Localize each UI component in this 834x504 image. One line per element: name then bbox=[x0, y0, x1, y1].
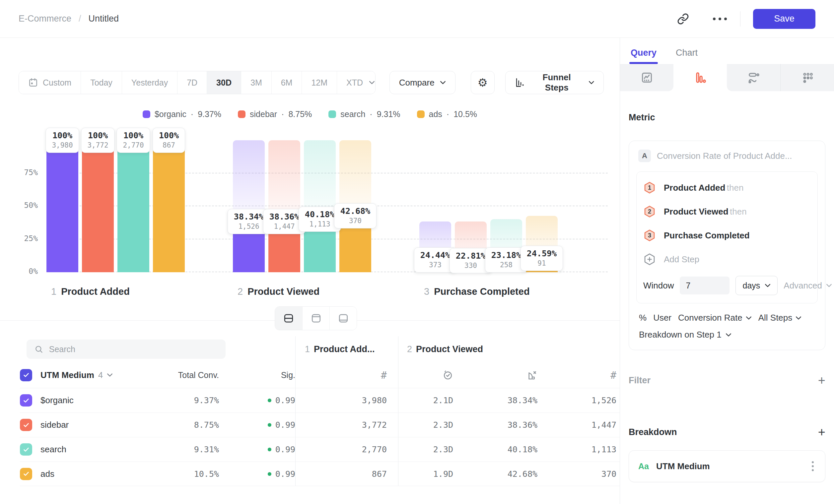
funnel-bar-sidebar-step2[interactable]: 38.36%1,447 bbox=[268, 140, 300, 272]
bar-group-step-3: 24.44%37322.81%33023.18%25824.59%91 bbox=[419, 140, 558, 272]
sig-value: 0.99 bbox=[219, 445, 295, 454]
filter-section-header: Filter + bbox=[629, 374, 826, 387]
legend-item-sidebar[interactable]: sidebar · 8.75% bbox=[238, 109, 312, 119]
row-checkbox[interactable] bbox=[20, 468, 32, 480]
save-button[interactable]: Save bbox=[753, 9, 815, 29]
chart-type-funnel-tab[interactable] bbox=[674, 64, 727, 91]
chart-type-flow-tab[interactable] bbox=[727, 64, 780, 91]
svg-text:2: 2 bbox=[648, 208, 651, 215]
step-hexagon-badge: 1 bbox=[643, 181, 656, 194]
add-step-button[interactable]: Add Step bbox=[643, 247, 811, 271]
funnel-bar-search-step2[interactable]: 40.18%1,113 bbox=[304, 140, 336, 272]
funnel-bar-organic-step3[interactable]: 24.44%373 bbox=[419, 140, 451, 272]
range-3m[interactable]: 3M bbox=[241, 71, 271, 94]
funnel-bar-sidebar-step3[interactable]: 22.81%330 bbox=[455, 140, 487, 272]
avg-time-column[interactable] bbox=[398, 362, 464, 388]
range-today[interactable]: Today bbox=[81, 71, 122, 94]
tab-query[interactable]: Query bbox=[631, 48, 657, 64]
funnel-chart: 75%50%25%0%100%3,980100%3,772100%2,77010… bbox=[46, 140, 608, 272]
legend-item-ads[interactable]: ads · 10.5% bbox=[417, 109, 477, 119]
breadcrumb-parent[interactable]: E-Commerce bbox=[19, 14, 71, 24]
conversion-pct-column[interactable] bbox=[464, 370, 537, 380]
range-xtd[interactable]: XTD bbox=[337, 71, 375, 94]
measure-scope-select[interactable]: All Steps bbox=[759, 313, 802, 323]
funnel-bar-ads-step3[interactable]: 24.59%91 bbox=[526, 140, 558, 272]
funnel-step-1[interactable]: 1 Product Added then bbox=[643, 176, 811, 200]
funnel-step-2[interactable]: 2 Product Viewed then bbox=[643, 200, 811, 224]
metric-title-row[interactable]: A Conversion Rate of Product Adde... bbox=[636, 150, 818, 162]
select-all-checkbox[interactable] bbox=[20, 369, 32, 381]
compare-button[interactable]: Compare bbox=[390, 71, 456, 94]
sig-value: 0.99 bbox=[219, 469, 295, 479]
legend-item-organic[interactable]: $organic · 9.37% bbox=[142, 109, 221, 119]
share-link-button[interactable] bbox=[674, 9, 692, 28]
bar-count: 3,980 bbox=[52, 141, 73, 149]
y-axis-tick: 25% bbox=[24, 234, 38, 243]
step-name: Product Viewed bbox=[247, 286, 320, 297]
measure-metric-select[interactable]: Conversion Rate bbox=[678, 313, 752, 323]
breakdown-section-header: Breakdown + bbox=[629, 426, 826, 438]
metric-badge: A bbox=[638, 150, 651, 162]
legend-swatch bbox=[238, 110, 245, 118]
row-checkbox[interactable] bbox=[20, 394, 32, 407]
range-30d[interactable]: 30D bbox=[207, 71, 241, 94]
range-7d[interactable]: 7D bbox=[177, 71, 207, 94]
window-value-input[interactable] bbox=[680, 277, 729, 294]
search-input[interactable] bbox=[49, 344, 218, 354]
chart-settings-button[interactable]: ⚙ bbox=[471, 71, 495, 94]
column-total-conv[interactable]: Total Conv. bbox=[119, 370, 219, 380]
window-label: Window bbox=[643, 280, 674, 291]
breakdown-property-card[interactable]: Aa UTM Medium bbox=[629, 450, 826, 482]
row-checkbox[interactable] bbox=[20, 419, 32, 431]
funnel-bar-search-step1[interactable]: 100%2,770 bbox=[117, 140, 149, 272]
legend-swatch bbox=[142, 110, 150, 118]
breakdown-on-step-select[interactable]: Breakdown on Step 1 bbox=[639, 329, 815, 340]
kebab-menu-icon[interactable] bbox=[810, 459, 816, 473]
group-column-header[interactable]: UTM Medium 4 bbox=[35, 370, 119, 380]
chevron-down-icon bbox=[107, 373, 113, 377]
funnel-bar-organic-step2[interactable]: 38.34%1,526 bbox=[233, 140, 265, 272]
bar-value-label: 42.68%370 bbox=[334, 203, 376, 228]
layout-table-only-button[interactable] bbox=[329, 307, 357, 330]
bar-count: 867 bbox=[159, 141, 179, 149]
step1-count: 3,772 bbox=[295, 413, 398, 437]
window-unit-select[interactable]: days bbox=[736, 276, 777, 295]
funnel-bar-search-step3[interactable]: 23.18%258 bbox=[490, 140, 522, 272]
layout-split-view-button[interactable] bbox=[275, 307, 302, 330]
funnel-bar-ads-step1[interactable]: 100%867 bbox=[153, 140, 185, 272]
funnel-step-3[interactable]: 3 Purchase Completed bbox=[643, 224, 811, 247]
count-column-icon[interactable]: # bbox=[381, 369, 387, 381]
table-row-ads[interactable]: ads 10.5% 0.99 867 1.9D 42.68% 370 bbox=[20, 462, 620, 486]
y-axis-tick: 50% bbox=[24, 201, 38, 210]
count-column-icon[interactable]: # bbox=[610, 369, 616, 381]
chart-type-selector[interactable]: Funnel Steps bbox=[505, 71, 604, 94]
advanced-toggle[interactable]: Advanced bbox=[784, 280, 832, 291]
chart-type-grid-tab[interactable] bbox=[780, 64, 834, 91]
measure-entity[interactable]: User bbox=[653, 313, 672, 323]
chart-type-line-tab[interactable] bbox=[620, 64, 674, 91]
row-checkbox[interactable] bbox=[20, 443, 32, 456]
table-row-sidebar[interactable]: sidebar 8.75% 0.99 3,772 2.3D 38.36% 1,4… bbox=[20, 412, 620, 437]
tab-chart[interactable]: Chart bbox=[676, 48, 698, 64]
svg-text:3: 3 bbox=[648, 232, 651, 239]
add-breakdown-button[interactable]: + bbox=[818, 426, 826, 438]
table-search[interactable] bbox=[26, 340, 225, 359]
breadcrumb-current[interactable]: Untitled bbox=[89, 14, 119, 24]
range-custom[interactable]: Custom bbox=[19, 71, 81, 94]
bar-value-label: 24.59%91 bbox=[521, 246, 563, 271]
step2-time: 1.9D bbox=[398, 462, 464, 486]
layout-chart-only-button[interactable] bbox=[302, 307, 329, 330]
y-axis-tick: 0% bbox=[28, 267, 38, 276]
table-row-search[interactable]: search 9.31% 0.99 2,770 2.3D 40.18% 1,11… bbox=[20, 437, 620, 462]
range-12m[interactable]: 12M bbox=[302, 71, 337, 94]
funnel-bar-organic-step1[interactable]: 100%3,980 bbox=[46, 140, 78, 272]
funnel-bar-sidebar-step1[interactable]: 100%3,772 bbox=[82, 140, 114, 272]
legend-item-search[interactable]: search · 9.31% bbox=[328, 109, 400, 119]
more-menu-button[interactable] bbox=[709, 14, 730, 24]
table-row-organic[interactable]: $organic 9.37% 0.99 3,980 2.1D 38.34% 1,… bbox=[20, 388, 620, 412]
funnel-bar-ads-step2[interactable]: 42.68%370 bbox=[339, 140, 371, 272]
range-yesterday[interactable]: Yesterday bbox=[122, 71, 177, 94]
range-6m[interactable]: 6M bbox=[271, 71, 302, 94]
column-sig[interactable]: Sig. bbox=[219, 370, 295, 380]
add-filter-button[interactable]: + bbox=[818, 374, 826, 387]
